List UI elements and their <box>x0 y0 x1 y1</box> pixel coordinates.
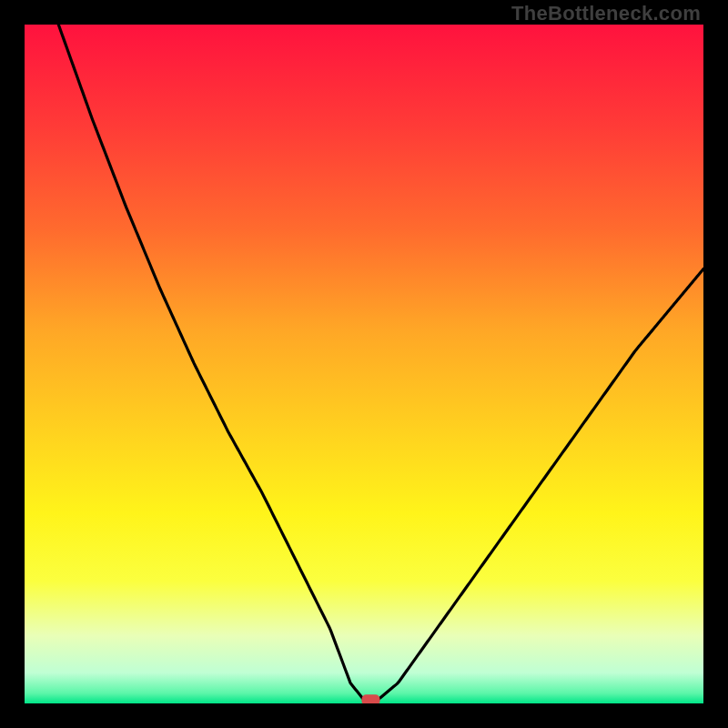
heatmap-background <box>25 25 703 703</box>
current-point-marker <box>361 694 379 703</box>
chart-frame <box>25 25 703 703</box>
bottleneck-chart <box>25 25 703 703</box>
watermark-text: TheBottleneck.com <box>511 2 701 25</box>
